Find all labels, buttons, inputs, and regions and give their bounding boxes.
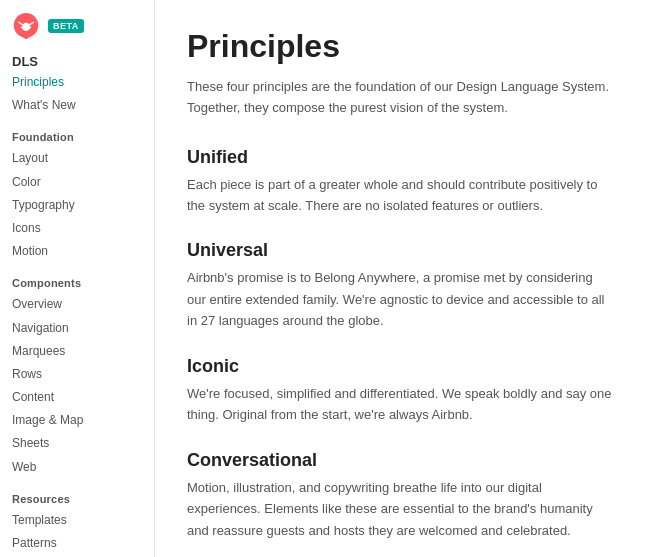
sidebar-item-icons[interactable]: Icons bbox=[12, 217, 154, 240]
principle-universal: Universal Airbnb's promise is to Belong … bbox=[187, 240, 615, 331]
sidebar-item-marquees[interactable]: Marquees bbox=[12, 340, 154, 363]
sidebar-item-typography[interactable]: Typography bbox=[12, 194, 154, 217]
principle-title-conversational: Conversational bbox=[187, 450, 615, 471]
sidebar-item-color[interactable]: Color bbox=[12, 171, 154, 194]
sidebar-item-motion[interactable]: Motion bbox=[12, 240, 154, 263]
principle-unified: Unified Each piece is part of a greater … bbox=[187, 147, 615, 217]
sidebar-item-web[interactable]: Web bbox=[12, 456, 154, 479]
principle-desc-universal: Airbnb's promise is to Belong Anywhere, … bbox=[187, 267, 615, 331]
sidebar-section-components: Components bbox=[12, 277, 154, 289]
sidebar-item-patterns[interactable]: Patterns bbox=[12, 532, 154, 555]
principle-desc-conversational: Motion, illustration, and copywriting br… bbox=[187, 477, 615, 541]
sidebar-header: BETA bbox=[12, 12, 154, 40]
sidebar-section-resources: Resources bbox=[12, 493, 154, 505]
sidebar-item-layout[interactable]: Layout bbox=[12, 147, 154, 170]
sidebar-item-whats-new[interactable]: What's New bbox=[12, 94, 154, 117]
sidebar-item-content[interactable]: Content bbox=[12, 386, 154, 409]
principle-desc-iconic: We're focused, simplified and differenti… bbox=[187, 383, 615, 426]
principle-iconic: Iconic We're focused, simplified and dif… bbox=[187, 356, 615, 426]
sidebar: BETA DLS Principles What's New Foundatio… bbox=[0, 0, 155, 557]
sidebar-item-overview[interactable]: Overview bbox=[12, 293, 154, 316]
page-title: Principles bbox=[187, 28, 615, 65]
principle-conversational: Conversational Motion, illustration, and… bbox=[187, 450, 615, 541]
sidebar-item-principles[interactable]: Principles bbox=[12, 71, 154, 94]
dls-label: DLS bbox=[12, 54, 154, 69]
beta-badge: BETA bbox=[48, 19, 84, 33]
principle-title-universal: Universal bbox=[187, 240, 615, 261]
sidebar-item-rows[interactable]: Rows bbox=[12, 363, 154, 386]
sidebar-item-image-map[interactable]: Image & Map bbox=[12, 409, 154, 432]
sidebar-item-templates[interactable]: Templates bbox=[12, 509, 154, 532]
sidebar-section-foundation: Foundation bbox=[12, 131, 154, 143]
sidebar-item-navigation[interactable]: Navigation bbox=[12, 317, 154, 340]
airbnb-logo-icon bbox=[12, 12, 40, 40]
main-content: Principles These four principles are the… bbox=[155, 0, 647, 557]
principle-desc-unified: Each piece is part of a greater whole an… bbox=[187, 174, 615, 217]
page-intro: These four principles are the foundation… bbox=[187, 77, 615, 119]
principle-title-iconic: Iconic bbox=[187, 356, 615, 377]
principle-title-unified: Unified bbox=[187, 147, 615, 168]
sidebar-item-sheets[interactable]: Sheets bbox=[12, 432, 154, 455]
